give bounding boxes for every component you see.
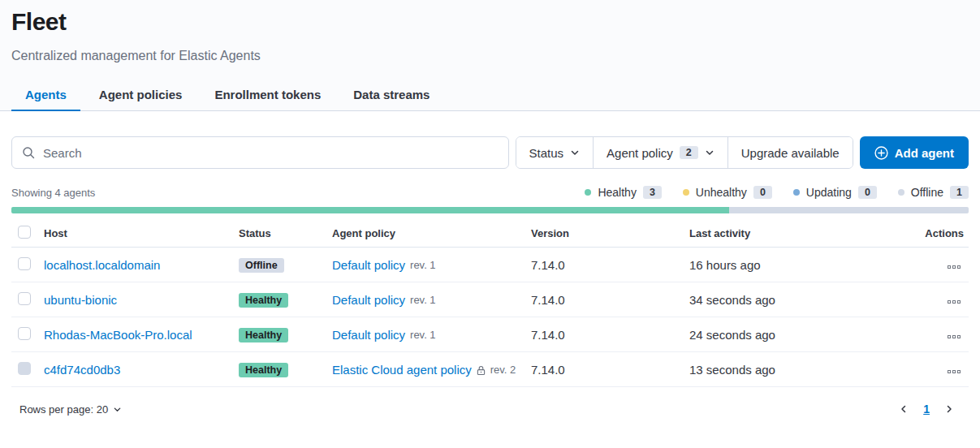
column-header-host[interactable]: Host [44, 227, 239, 239]
health-bar-healthy-segment [11, 207, 729, 213]
policy-revision: rev. 1 [410, 294, 436, 306]
search-input[interactable] [11, 136, 509, 169]
tab-data-streams[interactable]: Data streams [339, 80, 443, 111]
column-header-actions: Actions [912, 227, 969, 239]
legend-item-unhealthy: Unhealthy 0 [683, 186, 772, 199]
tab-agent-policies[interactable]: Agent policies [85, 80, 196, 111]
legend-label: Updating [806, 186, 852, 199]
add-agent-label: Add agent [895, 146, 954, 160]
host-link[interactable]: Rhodas-MacBook-Pro.local [44, 328, 192, 342]
legend-label: Offline [911, 186, 943, 199]
legend-label: Unhealthy [696, 186, 747, 199]
last-activity-cell: 16 hours ago [689, 258, 912, 272]
row-actions-button[interactable] [944, 297, 964, 307]
select-all-checkbox[interactable] [18, 226, 31, 239]
main-content: Status Agent policy 2 Upgrade available [0, 136, 980, 416]
row-checkbox [18, 362, 31, 375]
agents-summary: Showing 4 agents Healthy 3 Unhealthy 0 U… [11, 186, 969, 199]
upgrade-available-filter-button[interactable]: Upgrade available [727, 137, 853, 168]
legend-count: 0 [858, 186, 877, 199]
agent-policy-link[interactable]: Default policy [332, 328, 405, 342]
page-title: Fleet [11, 8, 969, 36]
updating-dot-icon [793, 189, 800, 196]
row-checkbox[interactable] [18, 327, 31, 340]
agent-policy-filter-button[interactable]: Agent policy 2 [593, 137, 727, 168]
status-badge: Healthy [239, 328, 288, 342]
version-cell: 7.14.0 [531, 293, 689, 307]
last-activity-cell: 24 seconds ago [689, 328, 912, 342]
agent-policy-link[interactable]: Default policy [332, 293, 405, 307]
search-icon [22, 146, 35, 159]
column-header-policy[interactable]: Agent policy [332, 227, 531, 239]
chevron-right-icon [944, 404, 954, 414]
table-row: c4fd74cd0db3 Healthy Elastic Cloud agent… [11, 352, 969, 387]
toolbar: Status Agent policy 2 Upgrade available [11, 136, 969, 169]
healthy-dot-icon [585, 189, 591, 196]
column-header-last-activity[interactable]: Last activity [689, 227, 912, 239]
row-actions-button[interactable] [944, 367, 964, 377]
version-cell: 7.14.0 [531, 258, 689, 272]
plus-circle-icon [874, 146, 888, 160]
legend-count: 1 [950, 186, 969, 199]
status-filter-label: Status [529, 146, 564, 160]
page-subtitle: Centralized management for Elastic Agent… [11, 49, 969, 63]
health-bar-offline-segment [729, 207, 969, 213]
policy-revision: rev. 1 [410, 259, 436, 271]
table-row: localhost.localdomain Offline Default po… [11, 248, 969, 282]
legend-count: 0 [753, 186, 772, 199]
agent-policy-link[interactable]: Default policy [332, 258, 405, 272]
agent-policy-link[interactable]: Elastic Cloud agent policy [332, 363, 472, 377]
host-link[interactable]: c4fd74cd0db3 [44, 363, 120, 377]
rows-per-page-label: Rows per page: 20 [19, 403, 108, 416]
status-badge: Healthy [239, 293, 288, 308]
last-activity-cell: 13 seconds ago [689, 363, 912, 377]
table-row: ubuntu-bionic Healthy Default policy rev… [11, 282, 969, 317]
agent-policy-filter-count: 2 [680, 146, 698, 159]
policy-revision: rev. 1 [410, 329, 436, 341]
pagination: 1 [897, 403, 969, 416]
showing-count: Showing 4 agents [11, 187, 95, 199]
version-cell: 7.14.0 [531, 328, 689, 342]
offline-dot-icon [898, 189, 904, 196]
column-header-status[interactable]: Status [239, 227, 332, 239]
legend-item-offline: Offline 1 [898, 186, 969, 199]
page-number-1[interactable]: 1 [923, 403, 930, 416]
host-link[interactable]: localhost.localdomain [44, 258, 160, 272]
chevron-left-icon [899, 404, 909, 414]
chevron-down-icon [570, 148, 580, 157]
host-link[interactable]: ubuntu-bionic [44, 293, 117, 307]
page-header: Fleet Centralized management for Elastic… [0, 0, 980, 111]
status-badge: Offline [239, 258, 284, 273]
row-checkbox[interactable] [18, 257, 31, 270]
rows-per-page-button[interactable]: Rows per page: 20 [11, 403, 122, 416]
legend-item-updating: Updating 0 [793, 186, 877, 199]
next-page-button[interactable] [943, 403, 956, 416]
tab-enrollment-tokens[interactable]: Enrollment tokens [201, 80, 335, 111]
upgrade-available-filter-label: Upgrade available [741, 146, 840, 160]
filter-group: Status Agent policy 2 Upgrade available [516, 136, 853, 169]
last-activity-cell: 34 seconds ago [689, 293, 912, 307]
status-badge: Healthy [239, 363, 288, 377]
legend-label: Healthy [598, 186, 636, 199]
chevron-down-icon [705, 148, 714, 157]
add-agent-button[interactable]: Add agent [860, 136, 969, 169]
table-row: Rhodas-MacBook-Pro.local Healthy Default… [11, 317, 969, 352]
legend-item-healthy: Healthy 3 [585, 186, 661, 199]
previous-page-button[interactable] [897, 403, 910, 416]
chevron-down-icon [113, 405, 122, 414]
status-filter-button[interactable]: Status [516, 137, 594, 168]
health-status-bar [11, 207, 969, 213]
column-header-version[interactable]: Version [531, 227, 689, 239]
table-footer: Rows per page: 20 1 [11, 403, 969, 416]
unhealthy-dot-icon [683, 189, 689, 196]
row-actions-button[interactable] [944, 262, 964, 272]
search-bar [11, 136, 509, 169]
health-legend: Healthy 3 Unhealthy 0 Updating 0 Offline… [585, 186, 969, 199]
row-actions-button[interactable] [944, 332, 964, 342]
row-checkbox[interactable] [18, 292, 31, 305]
policy-revision: rev. 2 [490, 364, 516, 376]
version-cell: 7.14.0 [531, 363, 689, 377]
tab-bar: Agents Agent policies Enrollment tokens … [11, 80, 969, 110]
lock-icon [477, 365, 486, 376]
tab-agents[interactable]: Agents [11, 80, 80, 111]
